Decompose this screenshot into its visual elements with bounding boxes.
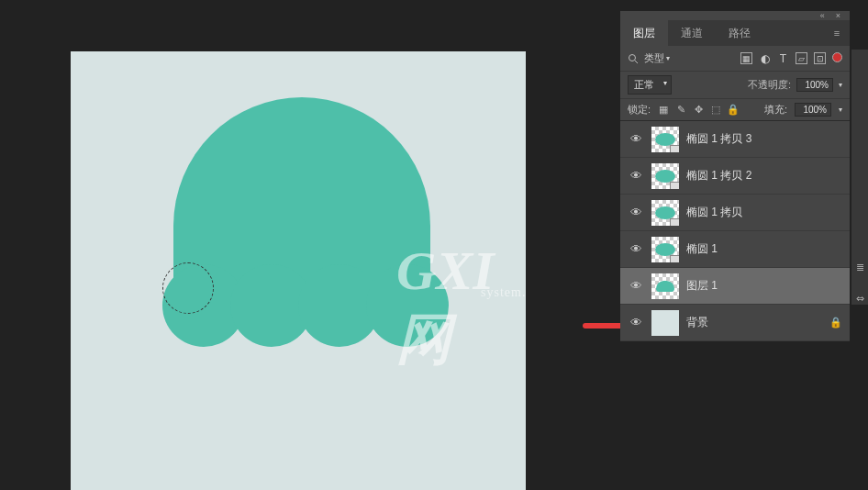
lock-label: 锁定: [628,103,651,117]
layer-thumbnail[interactable] [651,163,679,189]
tab-paths[interactable]: 路径 [716,20,763,46]
fill-input[interactable]: 100% [795,103,831,117]
panel-collapse-icon[interactable]: « [820,11,825,20]
filter-color-dot[interactable] [832,52,842,62]
chevron-down-icon: ▾ [666,54,670,62]
panel-menu-icon[interactable]: ≡ [824,20,850,46]
lock-row: 锁定: ▦ ✎ ✥ ⬚ 🔒 填充: 100% ▾ [620,99,850,121]
lock-transparency-icon[interactable]: ▦ [658,105,669,116]
visibility-toggle[interactable]: 👁 [628,279,644,293]
lock-brush-icon[interactable]: ✎ [675,105,686,116]
chevron-down-icon[interactable]: ▾ [839,106,842,114]
marquee-selection[interactable] [162,262,214,314]
layer-name[interactable]: 椭圆 1 拷贝 2 [686,168,751,184]
dock-icon-2[interactable]: ⇔ [853,292,866,305]
filter-text-icon[interactable]: T [777,52,789,64]
layer-name[interactable]: 椭圆 1 拷贝 3 [686,131,751,147]
filter-pixel-icon[interactable]: ▦ [740,52,752,64]
chevron-down-icon[interactable]: ▾ [839,81,842,89]
visibility-toggle[interactable]: 👁 [628,242,644,256]
panel-topbar: « × [620,11,850,20]
cloud-dome [173,97,430,290]
search-icon [628,53,639,64]
filter-type-dropdown[interactable]: 类型 ▾ [644,51,694,65]
lock-all-icon[interactable]: 🔒 [728,105,739,116]
canvas[interactable]: GXI网 system.com [71,51,526,490]
tab-layers[interactable]: 图层 [620,20,668,46]
layer-thumbnail[interactable] [651,310,679,336]
visibility-toggle[interactable]: 👁 [628,169,644,183]
opacity-input[interactable]: 100% [796,78,833,92]
filter-icons: ▦ ◐ T ▱ ⊡ [740,52,842,64]
side-dock: ≣ ⇔ [851,50,868,305]
visibility-toggle[interactable]: 👁 [628,132,644,146]
filter-adjust-icon[interactable]: ◐ [759,52,771,64]
layer-filter-row: 类型 ▾ ▦ ◐ T ▱ ⊡ [620,46,850,72]
watermark-small: system.com [481,285,526,300]
lock-artboard-icon[interactable]: ⬚ [710,105,721,116]
lock-icon: 🔒 [829,317,842,329]
layer-row[interactable]: 👁 椭圆 1 拷贝 2 [620,158,850,195]
layer-thumbnail[interactable] [651,273,679,299]
visibility-toggle[interactable]: 👁 [628,316,644,329]
fill-label: 填充: [764,103,787,117]
opacity-label: 不透明度: [748,78,791,92]
filter-type-label: 类型 [644,51,664,65]
svg-line-1 [635,61,638,63]
layers-panel: « × 图层 通道 路径 ≡ 类型 ▾ ▦ ◐ T ▱ ⊡ 正常 ▾ 不透明度:… [620,11,850,341]
layer-thumbnail[interactable] [651,127,679,152]
blend-mode-value: 正常 [634,79,654,90]
layer-name[interactable]: 椭圆 1 拷贝 [686,205,742,220]
dock-icon-1[interactable]: ≣ [853,261,866,273]
layer-row-selected[interactable]: 👁 图层 1 [620,268,850,305]
layer-name[interactable]: 图层 1 [686,278,718,294]
filter-shape-icon[interactable]: ▱ [796,52,807,64]
panel-tabs: 图层 通道 路径 ≡ [620,20,850,46]
panel-close-icon[interactable]: × [836,11,840,20]
lock-move-icon[interactable]: ✥ [693,105,704,116]
layer-name[interactable]: 椭圆 1 [686,241,718,257]
lock-icons: ▦ ✎ ✥ ⬚ 🔒 [658,105,739,116]
filter-smart-icon[interactable]: ⊡ [814,52,826,64]
layer-row-background[interactable]: 👁 背景 🔒 [620,305,850,341]
layer-row[interactable]: 👁 椭圆 1 [620,231,850,268]
watermark-large: GXI网 [396,239,526,377]
layer-row[interactable]: 👁 椭圆 1 拷贝 [620,195,850,231]
layer-list: 👁 椭圆 1 拷贝 3 👁 椭圆 1 拷贝 2 👁 椭圆 1 拷贝 👁 椭圆 1… [620,121,850,341]
blend-mode-dropdown[interactable]: 正常 ▾ [628,75,672,95]
tab-channels[interactable]: 通道 [668,20,716,46]
layer-row[interactable]: 👁 椭圆 1 拷贝 3 [620,121,850,158]
layer-name[interactable]: 背景 [686,315,708,330]
layer-thumbnail[interactable] [651,200,679,226]
blend-row: 正常 ▾ 不透明度: 100% ▾ [620,72,850,99]
chevron-down-icon: ▾ [663,79,667,87]
layer-thumbnail[interactable] [651,237,679,262]
visibility-toggle[interactable]: 👁 [628,206,644,219]
svg-point-0 [629,54,636,61]
